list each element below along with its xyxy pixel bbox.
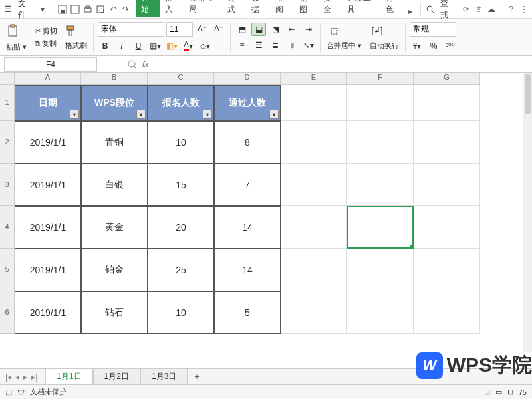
cell[interactable] (414, 249, 480, 291)
cell[interactable] (414, 85, 480, 121)
sheet-tab-1[interactable]: 1月1日 (45, 368, 92, 386)
record-icon[interactable]: ⬚ (5, 388, 12, 396)
cell[interactable] (347, 121, 414, 164)
help-icon[interactable]: ? (505, 3, 517, 15)
row-header[interactable]: 4 (0, 206, 15, 249)
paste-button[interactable]: 粘贴▾ (4, 41, 29, 53)
table-cell[interactable]: 7 (214, 164, 281, 206)
tab-security[interactable]: 安全 (319, 0, 342, 17)
currency-icon[interactable]: ¥▾ (410, 39, 424, 53)
sheet-first-icon[interactable]: |◂ (5, 372, 11, 382)
table-cell[interactable]: 钻石 (81, 291, 148, 334)
column-header[interactable]: E (281, 73, 347, 85)
sync-icon[interactable]: ⟳ (460, 3, 471, 15)
file-menu[interactable]: 文件 (15, 0, 36, 22)
cell[interactable] (347, 206, 414, 249)
table-cell[interactable]: 15 (148, 164, 214, 206)
cell[interactable] (414, 164, 480, 206)
cell[interactable] (281, 85, 347, 121)
table-cell[interactable]: 青铜 (81, 121, 148, 164)
cell[interactable] (281, 121, 347, 164)
tab-formula[interactable]: 公式 (223, 0, 247, 17)
view-break-icon[interactable]: ⊟ (507, 388, 513, 396)
row-header[interactable]: 5 (0, 249, 15, 291)
font-size-select[interactable] (166, 22, 193, 37)
hamburger-icon[interactable]: ☰ (3, 3, 14, 15)
find-button[interactable]: 查找 (438, 0, 458, 22)
view-page-icon[interactable]: ▭ (495, 388, 502, 396)
copy-button[interactable]: ⧉复制 (33, 38, 59, 49)
table-cell[interactable]: 2019/1/1 (15, 164, 81, 206)
column-header[interactable]: F (347, 73, 414, 85)
format-painter-button[interactable]: 格式刷 (63, 40, 89, 51)
format-painter-icon[interactable] (63, 23, 79, 39)
table-header-cell[interactable]: WPS段位▾ (81, 85, 148, 121)
cell[interactable] (414, 121, 480, 164)
column-header[interactable]: B (81, 73, 148, 85)
table-cell[interactable]: 2019/1/1 (15, 291, 81, 334)
row-header[interactable]: 1 (0, 85, 15, 121)
print-icon[interactable] (82, 3, 93, 15)
wrap-icon[interactable]: [↲] (368, 23, 386, 39)
spreadsheet-grid[interactable]: ABCDEFG123456日期▾WPS段位▾报名人数▾通过人数▾2019/1/1… (0, 73, 532, 352)
comma-icon[interactable]: º⁰⁰ (443, 39, 458, 53)
merge-icon[interactable]: ⬚ (325, 23, 343, 39)
share-icon[interactable]: ⇪ (473, 3, 484, 15)
table-cell[interactable]: 20 (148, 206, 214, 249)
redo-icon[interactable]: ↷ (120, 3, 131, 15)
row-header[interactable]: 2 (0, 121, 15, 164)
tab-view[interactable]: 视图 (295, 0, 319, 17)
clear-format-icon[interactable]: ◇▾ (198, 39, 212, 53)
filter-dropdown-icon[interactable]: ▾ (269, 110, 279, 119)
tab-insert[interactable]: 插入 (160, 0, 184, 17)
table-cell[interactable]: 黄金 (81, 206, 148, 249)
file-dropdown-icon[interactable]: ▾ (37, 3, 49, 15)
font-select[interactable] (98, 22, 164, 37)
column-header[interactable]: C (148, 73, 214, 85)
name-box[interactable]: F4 (4, 57, 97, 72)
table-cell[interactable]: 8 (214, 121, 281, 164)
table-cell[interactable]: 2019/1/1 (15, 121, 81, 164)
distribute-icon[interactable]: ⫴ (285, 39, 299, 52)
formula-input[interactable] (154, 58, 532, 71)
border-icon[interactable]: ▦▾ (148, 39, 162, 53)
filter-dropdown-icon[interactable]: ▾ (136, 110, 146, 119)
wrap-button[interactable]: 自动换行 (368, 40, 401, 51)
tab-data[interactable]: 数据 (247, 0, 271, 17)
fx-icon[interactable]: fx (142, 60, 148, 69)
indent-decrease-icon[interactable]: ⇤ (285, 23, 299, 36)
table-cell[interactable]: 5 (214, 291, 281, 334)
tab-devtools[interactable]: 开发工具 (342, 0, 381, 17)
row-header[interactable]: 3 (0, 164, 15, 206)
indent-increase-icon[interactable]: ⇥ (301, 23, 316, 36)
more-icon[interactable]: ⋮ (518, 3, 529, 15)
tab-layout[interactable]: 页面布局 (184, 0, 223, 17)
cell[interactable] (347, 85, 414, 121)
cell[interactable] (414, 291, 480, 334)
cell[interactable] (281, 164, 347, 206)
table-cell[interactable]: 14 (214, 206, 281, 249)
font-color-icon[interactable]: A▾ (181, 39, 196, 53)
italic-icon[interactable]: I (114, 39, 129, 53)
tab-special[interactable]: 特色 (381, 0, 405, 17)
merge-button[interactable]: 合并居中▾ (325, 40, 364, 51)
column-header[interactable]: A (15, 73, 81, 85)
table-header-cell[interactable]: 报名人数▾ (148, 85, 214, 121)
table-cell[interactable]: 白银 (81, 164, 148, 206)
sheet-tab-3[interactable]: 1月3日 (140, 368, 188, 385)
view-normal-icon[interactable]: ⊞ (484, 388, 490, 396)
cloud-icon[interactable]: ☁ (485, 3, 497, 15)
sheet-prev-icon[interactable]: ◂ (15, 372, 19, 382)
cancel-icon[interactable] (128, 60, 137, 69)
cell[interactable] (347, 164, 414, 206)
row-header[interactable]: 6 (0, 291, 15, 334)
table-header-cell[interactable]: 日期▾ (15, 85, 81, 121)
add-sheet-icon[interactable]: ＋ (188, 370, 206, 384)
cell[interactable] (347, 249, 414, 291)
cell[interactable] (281, 206, 347, 249)
sheet-tab-2[interactable]: 1月2日 (93, 368, 140, 385)
column-header[interactable]: D (214, 73, 281, 85)
undo-icon[interactable]: ↶ (107, 3, 118, 15)
cell[interactable] (414, 206, 480, 249)
tab-review[interactable]: 审阅 (271, 0, 295, 17)
